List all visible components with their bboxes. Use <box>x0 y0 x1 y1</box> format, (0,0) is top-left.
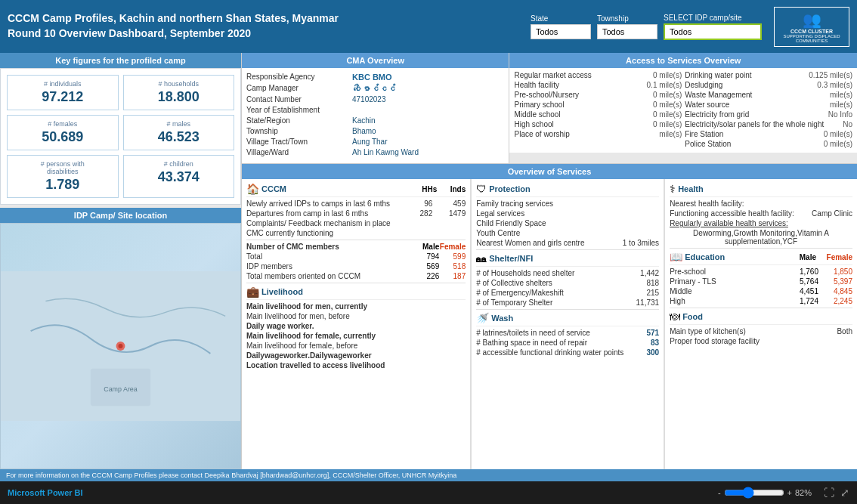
idp-filter-wrap[interactable]: Todos <box>664 23 762 40</box>
shelter-title: Shelter/NFI <box>489 254 533 263</box>
females-label: # females <box>11 120 115 128</box>
header-title: CCCM Camp Profiles, Kachin and northern … <box>8 11 531 41</box>
males-label: # males <box>127 120 231 128</box>
svg-point-2 <box>119 344 123 348</box>
households-value: 18.800 <box>127 89 231 105</box>
protection-cfs-row: Child Friendly Space <box>476 219 659 227</box>
access-row-health: Health facility 0.1 mile(s) <box>514 81 682 89</box>
cma-row-manager: Camp Manager ဝဲါဝောင်ငင် <box>246 84 504 93</box>
livelihood-svc-header: 💼 Livelihood <box>246 286 466 300</box>
zoom-controls: - + 82% <box>718 487 818 499</box>
access-row-fire: Fire Station 0 mile(s) <box>685 130 852 138</box>
svg-text:Camp Area: Camp Area <box>104 385 138 393</box>
app-footer: Microsoft Power BI - + 82% ⛶ ⤢ <box>0 481 857 504</box>
wash-svc-header: 🚿 Wash <box>476 312 659 326</box>
bottom-info-bar: For more information on the CCCM Camp Pr… <box>0 469 857 481</box>
access-row-primary: Primary school 0 mile(s) <box>514 100 682 109</box>
education-svc-header: 📖 Education Male Female <box>670 251 852 265</box>
food-title: Food <box>682 312 703 321</box>
individuals-label: # individuals <box>11 80 115 88</box>
health-icon: ⚕ <box>670 183 676 195</box>
disabilities-figure: # persons withdisabilities 1.789 <box>7 155 119 198</box>
right-block: ⚕ Health Nearest health facility: Functi… <box>664 179 857 469</box>
right-top-section: CMA Overview Responsible Agency KBC BMO … <box>242 53 857 164</box>
township-filter-select[interactable]: Todos <box>597 24 657 39</box>
cma-section: CMA Overview Responsible Agency KBC BMO … <box>242 53 509 163</box>
access-section: Access to Services Overview Regular mark… <box>509 53 857 163</box>
food-kitchen-row: Main type of kitchen(s) Both <box>670 327 852 335</box>
livelihood-icon: 💼 <box>246 286 259 298</box>
state-filter-wrap[interactable]: Todos <box>531 24 591 39</box>
key-figures-header: Key figures for the profiled camp <box>0 53 241 68</box>
cccm-logo: 👥 CCCM CLUSTER SUPPORTING DISPLACED COMM… <box>774 7 849 47</box>
access-row-waste: Waste Management mile(s) <box>685 91 852 99</box>
females-value: 50.689 <box>11 129 115 145</box>
zoom-minus[interactable]: - <box>718 488 721 497</box>
shelter-emergency-row: # of Emergency/Makeshift 215 <box>476 289 659 297</box>
cma-header: CMA Overview <box>242 53 509 68</box>
edu-female-col-header: Female <box>818 253 852 261</box>
cma-row-contact: Contact Number 47102023 <box>246 95 504 104</box>
education-title: Education <box>685 252 725 261</box>
idp-location-header: IDP Camp/ Site location <box>0 208 241 223</box>
edu-primary-row: Primary - TLS 5,764 5,397 <box>670 277 852 286</box>
cma-row-township: Township Bhamo <box>246 127 504 135</box>
individuals-figure: # individuals 97.212 <box>7 75 119 110</box>
idp-filter-select[interactable]: Todos <box>664 23 762 40</box>
cma-row-state: State/Region Kachin <box>246 116 504 125</box>
state-filter-group: State Todos <box>531 14 591 39</box>
education-icon: 📖 <box>670 251 682 263</box>
map-area: Camp Area <box>0 223 241 469</box>
wash-drinking-row: # accessible functional drinking water p… <box>476 348 659 357</box>
protection-icon: 🛡 <box>476 183 487 195</box>
zoom-slider[interactable] <box>724 487 784 499</box>
cmc-total-row: Total 794 599 <box>246 252 466 261</box>
cccm-newly-arrived-row: Newly arrived IDPs to camps in last 6 mt… <box>246 199 466 208</box>
individuals-value: 97.212 <box>11 89 115 105</box>
access-body: Regular market access 0 mile(s) Health f… <box>509 68 857 153</box>
cccm-block: 🏠 CCCM HHs Inds Newly arrived IDPs to ca… <box>242 179 471 469</box>
fullscreen-icon[interactable]: ⤢ <box>840 487 849 499</box>
cccm-title: CCCM <box>261 184 286 193</box>
cccm-svc-header: 🏠 CCCM HHs Inds <box>246 183 466 197</box>
protection-title: Protection <box>489 184 530 193</box>
livelihood-female-before-row: Main livelihood for female, before <box>246 342 466 350</box>
protection-svc-header: 🛡 Protection <box>476 183 659 197</box>
header-filters: State Todos Township Todos SELECT IDP ca… <box>531 7 849 47</box>
main-content: Key figures for the profiled camp # indi… <box>0 53 857 469</box>
zoom-plus[interactable]: + <box>787 488 792 497</box>
township-filter-label: Township <box>597 14 657 23</box>
protection-youth-row: Youth Centre <box>476 229 659 237</box>
health-svc-header: ⚕ Health <box>670 183 852 197</box>
middle-block: 🛡 Protection Family tracing services Leg… <box>471 179 664 469</box>
shelter-svc-header: 🏘 Shelter/NFI <box>476 252 659 267</box>
females-figure: # females 50.689 <box>7 115 119 150</box>
access-row-watersource: Water source mile(s) <box>685 100 852 109</box>
township-filter-wrap[interactable]: Todos <box>597 24 657 39</box>
key-figures-grid: # individuals 97.212 # households 18.800… <box>0 68 241 205</box>
disabilities-label: # persons withdisabilities <box>11 160 115 175</box>
access-row-market: Regular market access 0 mile(s) <box>514 71 682 79</box>
health-nearest-row: Nearest health facility: <box>670 199 852 208</box>
livelihood-men-current-row: Main livelihood for men, currently <box>246 302 466 311</box>
bottom-info-text: For more information on the CCCM Camp Pr… <box>6 472 456 479</box>
footer-right: - + 82% ⛶ ⤢ <box>718 487 849 499</box>
cma-row-year: Year of Establishment <box>246 106 504 114</box>
state-filter-select[interactable]: Todos <box>531 24 591 39</box>
edu-middle-row: Middle 4,451 4,845 <box>670 287 852 295</box>
access-row-solar: Electricity/solar panels for the whole n… <box>685 120 852 128</box>
header-bar: CCCM Camp Profiles, Kachin and northern … <box>0 0 857 53</box>
app-name: Microsoft Power BI <box>8 488 83 497</box>
state-filter-label: State <box>531 14 591 23</box>
expand-icon[interactable]: ⛶ <box>824 487 834 499</box>
right-panel: CMA Overview Responsible Agency KBC BMO … <box>242 53 857 469</box>
cccm-hhs-col: HHs <box>410 185 437 193</box>
township-filter-group: Township Todos <box>597 14 657 39</box>
cmc-idp-row: IDP members 569 518 <box>246 262 466 271</box>
livelihood-dailywage-row: Dailywageworker.Dailywageworker <box>246 351 466 360</box>
cccm-cmc-row: CMC currently functioning <box>246 229 466 237</box>
edu-high-row: High 1,724 2,245 <box>670 297 852 305</box>
cmc-oriented-row: Total members oriented on CCCM 226 187 <box>246 272 466 280</box>
wash-icon: 🚿 <box>476 312 489 324</box>
access-row-preschool: Pre-school/Nursery 0 mile(s) <box>514 91 682 99</box>
